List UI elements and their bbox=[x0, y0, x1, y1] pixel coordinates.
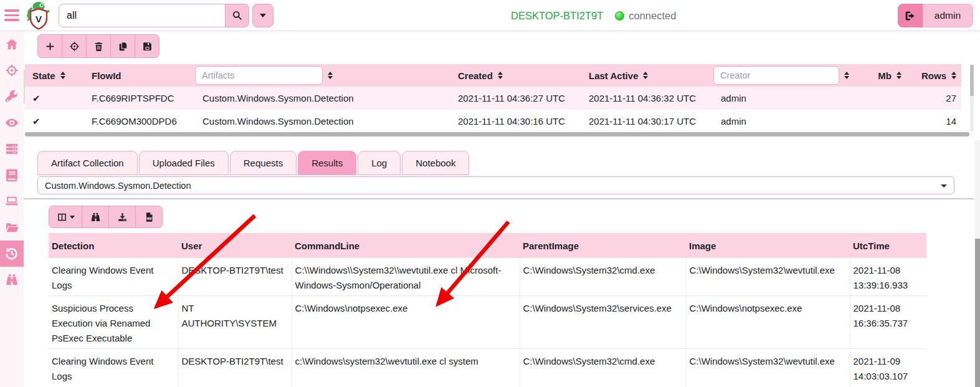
search-rows-button[interactable] bbox=[82, 206, 109, 228]
col-mb[interactable]: Mb bbox=[869, 64, 906, 87]
creator-filter-input[interactable] bbox=[713, 66, 839, 85]
flow-rows: 27 bbox=[906, 87, 961, 110]
search-button[interactable] bbox=[226, 4, 249, 27]
image-cell: C:\Windows\System32\wevtutil.exe bbox=[686, 258, 850, 296]
home-icon bbox=[5, 37, 19, 51]
flow-mb bbox=[869, 87, 906, 110]
tab-artifact-collection[interactable]: Artifact Collection bbox=[37, 151, 138, 175]
state-check-icon: ✔ bbox=[25, 110, 84, 133]
flow-artifacts: Custom.Windows.Sysmon.Detection bbox=[195, 87, 450, 110]
tab-log[interactable]: Log bbox=[358, 151, 401, 175]
tab-notebook[interactable]: Notebook bbox=[402, 151, 469, 175]
column-selector-button[interactable] bbox=[49, 206, 82, 228]
history-icon bbox=[5, 247, 19, 260]
sort-icon[interactable] bbox=[328, 72, 333, 80]
username-label: admin bbox=[923, 4, 973, 27]
sidebar-item-hunt[interactable] bbox=[0, 57, 24, 84]
artifact-select[interactable]: Custom.Windows.Sysmon.Detection bbox=[37, 176, 954, 194]
sidebar-item-client-events[interactable] bbox=[0, 267, 24, 293]
copy-flow-button[interactable] bbox=[110, 34, 135, 58]
connected-dot-icon bbox=[615, 11, 624, 21]
caret-down-icon bbox=[941, 184, 947, 188]
save-collection-button[interactable] bbox=[135, 34, 159, 58]
user-cell: DESKTOP-BTI2T9T\test bbox=[178, 258, 292, 296]
top-navbar: V DESKTOP-BTI2T9T connected admin bbox=[0, 0, 980, 31]
artifacts-filter-input[interactable] bbox=[195, 66, 323, 85]
col-state[interactable]: State bbox=[25, 64, 84, 87]
new-collection-button[interactable] bbox=[37, 34, 62, 58]
sidebar-item-host[interactable] bbox=[0, 188, 24, 214]
results-toolbar: CSV bbox=[49, 206, 163, 228]
search-icon bbox=[232, 10, 242, 21]
hunt-flow-button[interactable] bbox=[62, 34, 87, 58]
sort-icon[interactable] bbox=[643, 72, 648, 80]
tab-uploaded-files[interactable]: Uploaded Files bbox=[139, 151, 229, 175]
sidebar-item-home[interactable] bbox=[0, 31, 24, 57]
result-row[interactable]: Suspicious Process Execution via Renamed… bbox=[49, 296, 926, 349]
flow-row[interactable]: ✔ F.C669OM300DPD6 Custom.Windows.Sysmon.… bbox=[25, 110, 961, 133]
flow-id: F.C669OM300DPD6 bbox=[84, 110, 195, 133]
col-last-active[interactable]: Last Active bbox=[581, 64, 713, 87]
tab-results[interactable]: Results bbox=[298, 151, 356, 175]
client-info: DESKTOP-BTI2T9T connected bbox=[511, 0, 676, 31]
client-search-group bbox=[59, 4, 274, 27]
sidebar-item-server[interactable] bbox=[0, 136, 24, 162]
book-icon bbox=[5, 168, 19, 182]
commandline-cell: C:\\Windows\\System32\\wevtutil.exe cl M… bbox=[292, 258, 520, 296]
tab-requests[interactable]: Requests bbox=[230, 151, 297, 175]
result-row[interactable]: Clearing Windows Event Logs DESKTOP-BTI2… bbox=[49, 258, 926, 296]
flow-row-selected[interactable]: ✔ F.C669RIPTSPFDC Custom.Windows.Sysmon.… bbox=[25, 87, 961, 110]
flow-last-active: 2021-11-11 04:36:32 UTC bbox=[581, 87, 713, 110]
search-options-button[interactable] bbox=[252, 4, 274, 27]
delete-flow-button[interactable] bbox=[86, 34, 111, 58]
flows-scrollbar[interactable] bbox=[970, 65, 974, 131]
menu-icon[interactable] bbox=[4, 9, 21, 21]
sidebar-item-collected-artifacts[interactable] bbox=[0, 241, 24, 267]
col-created[interactable]: Created bbox=[450, 64, 581, 87]
flows-header-row: State FlowId Created Last Active Mb Rows bbox=[25, 64, 961, 87]
commandline-cell: C:\Windows\notpsexec.exe bbox=[292, 296, 520, 349]
detection-cell: Clearing Windows Event Logs bbox=[49, 349, 178, 387]
crosshairs-icon bbox=[5, 64, 19, 77]
user-cell: DESKTOP-BTI2T9T\test bbox=[178, 349, 292, 387]
sort-icon[interactable] bbox=[951, 72, 956, 80]
col-parentimage: ParentImage bbox=[520, 233, 686, 258]
columns-icon bbox=[57, 212, 67, 222]
col-image: Image bbox=[686, 233, 850, 258]
horizontal-scrollbar[interactable] bbox=[25, 132, 969, 136]
sidebar-item-artifacts[interactable] bbox=[0, 84, 24, 110]
laptop-icon bbox=[5, 194, 19, 208]
binoculars-icon bbox=[90, 212, 101, 222]
sidebar-item-book[interactable] bbox=[0, 162, 24, 188]
search-input[interactable] bbox=[59, 4, 226, 27]
svg-text:V: V bbox=[36, 14, 42, 24]
col-rows[interactable]: Rows bbox=[906, 64, 961, 87]
col-user: User bbox=[178, 233, 292, 258]
sort-icon[interactable] bbox=[498, 72, 503, 80]
flow-artifacts: Custom.Windows.Sysmon.Detection bbox=[195, 110, 450, 133]
user-cell: NT AUTHORITY\SYSTEM bbox=[178, 296, 292, 349]
logout-icon bbox=[904, 10, 916, 22]
col-utctime: UtcTime bbox=[850, 233, 926, 258]
caret-down-icon bbox=[70, 216, 75, 219]
download-button[interactable] bbox=[108, 206, 136, 228]
save-icon bbox=[142, 41, 153, 52]
velociraptor-logo: V bbox=[26, 1, 51, 30]
sidebar-item-vfs[interactable] bbox=[0, 214, 24, 241]
sidebar-nav bbox=[0, 31, 24, 387]
flow-last-active: 2021-11-11 04:30:17 UTC bbox=[581, 110, 713, 133]
page-scrollbar[interactable] bbox=[975, 140, 980, 387]
caret-down-icon bbox=[260, 14, 266, 17]
col-commandline: CommandLine bbox=[292, 233, 520, 258]
sidebar-item-overview[interactable] bbox=[0, 110, 24, 136]
flow-detail-tabs: Artifact Collection Uploaded Files Reque… bbox=[37, 151, 470, 175]
result-row[interactable]: Clearing Windows Event Logs DESKTOP-BTI2… bbox=[49, 349, 926, 387]
sort-icon[interactable] bbox=[844, 72, 849, 80]
flow-creator: admin bbox=[713, 110, 869, 133]
sort-icon[interactable] bbox=[60, 72, 65, 80]
sort-icon[interactable] bbox=[897, 72, 902, 80]
logout-button[interactable] bbox=[898, 4, 923, 27]
crosshairs-icon bbox=[69, 41, 80, 52]
user-group: admin bbox=[898, 4, 973, 27]
export-csv-button[interactable]: CSV bbox=[135, 206, 163, 228]
